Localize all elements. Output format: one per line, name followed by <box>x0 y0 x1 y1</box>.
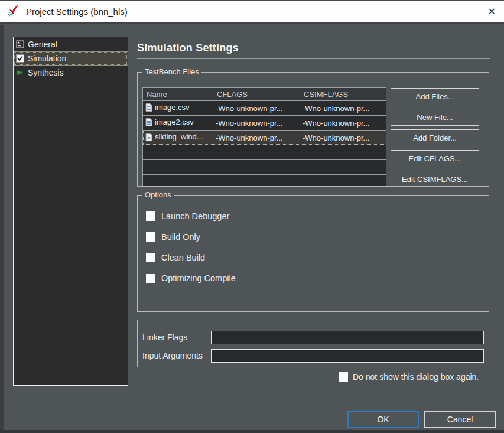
option-label: Optimizing Compile <box>161 274 236 283</box>
page-title: Simulation Settings <box>137 42 239 54</box>
table-row-selected[interactable]: .csliding_wind... -Wno-unknown-pr... -Wn… <box>143 131 386 145</box>
new-file-button[interactable]: New File... <box>391 109 479 126</box>
optimizing-compile-checkbox[interactable] <box>146 274 155 283</box>
input-arguments-label: Input Arguments <box>142 351 203 360</box>
settings-category-list: General Simulation Synthesis <box>13 37 128 386</box>
svg-text:.c: .c <box>147 135 150 141</box>
play-icon <box>16 69 24 77</box>
linker-group: Linker Flags Input Arguments <box>137 320 489 367</box>
testbench-group-body: Name CFLAGS CSIMFLAGS image.csv -Wno-unk… <box>138 73 489 186</box>
clean-build-option: Clean Build <box>146 252 205 263</box>
csimflags-cell: -Wno-unknown-pr... <box>300 101 386 116</box>
linker-flags-label: Linker Flags <box>142 333 187 342</box>
column-header-csimflags[interactable]: CSIMFLAGS <box>300 88 386 101</box>
optimizing-compile-option: Optimizing Compile <box>146 273 236 284</box>
csimflags-cell: -Wno-unknown-pr... <box>300 116 386 131</box>
do-not-show-again-checkbox[interactable] <box>339 372 348 382</box>
build-only-option: Build Only <box>146 232 200 242</box>
edit-csimflags-button[interactable]: Edit CSIMFLAGS... <box>391 171 479 186</box>
launch-debugger-checkbox[interactable] <box>146 211 155 221</box>
sidebar-item-label: Synthesis <box>28 68 64 77</box>
table-row-empty <box>143 160 386 175</box>
sidebar-item-simulation[interactable]: Simulation <box>14 51 128 66</box>
do-not-show-again-label: Do not show this dialog box again. <box>353 372 479 382</box>
titlebar: Project Settings (bnn_hls) ✕ <box>0 0 504 24</box>
clean-build-checkbox[interactable] <box>146 253 155 262</box>
launch-debugger-option: Launch Debugger <box>146 211 229 222</box>
table-header-row: Name CFLAGS CSIMFLAGS <box>143 88 386 101</box>
testbench-buttons: Add Files... New File... Add Folder... E… <box>391 88 479 186</box>
file-name: image2.csv <box>155 118 194 126</box>
window-title: Project Settings (bnn_hls) <box>26 6 128 17</box>
table-row-empty <box>143 175 386 187</box>
sidebar-item-label: Simulation <box>28 54 66 63</box>
option-label: Launch Debugger <box>161 211 229 221</box>
linker-flags-input[interactable] <box>211 331 484 344</box>
c-file-icon: .c <box>145 133 152 143</box>
project-settings-dialog: Project Settings (bnn_hls) ✕ General Sim… <box>0 0 504 433</box>
group-label: TestBench Files <box>142 67 201 77</box>
heading-divider <box>137 58 490 59</box>
csimflags-cell: -Wno-unknown-pr... <box>300 131 386 145</box>
cancel-button[interactable]: Cancel <box>424 411 496 428</box>
cflags-cell: -Wno-unknown-pr... <box>213 131 300 145</box>
add-folder-button[interactable]: Add Folder... <box>391 129 479 146</box>
file-name: sliding_wind... <box>155 132 203 141</box>
close-icon[interactable]: ✕ <box>488 7 496 17</box>
window-edge-left <box>0 25 4 433</box>
group-label: Options <box>142 190 174 200</box>
sidebar-item-synthesis[interactable]: Synthesis <box>14 66 128 80</box>
testbench-files-group: TestBench Files Name CFLAGS CSIMFLAGS im… <box>137 72 489 187</box>
sidebar-item-label: General <box>28 40 57 49</box>
input-arguments-input[interactable] <box>211 349 484 363</box>
build-only-checkbox[interactable] <box>146 232 155 242</box>
column-header-cflags[interactable]: CFLAGS <box>213 88 300 101</box>
cflags-cell: -Wno-unknown-pr... <box>213 101 300 116</box>
option-label: Clean Build <box>161 253 205 262</box>
csv-file-icon <box>145 118 152 128</box>
window-edge-bottom <box>0 430 504 433</box>
options-group: Options Launch Debugger Build Only Clean… <box>137 195 489 312</box>
do-not-show-again-option: Do not show this dialog box again. <box>339 372 479 382</box>
column-header-name[interactable]: Name <box>143 88 213 101</box>
add-files-button[interactable]: Add Files... <box>391 88 479 105</box>
file-name: image.csv <box>155 103 190 112</box>
sidebar-item-general[interactable]: General <box>14 37 128 51</box>
ok-button[interactable]: OK <box>347 411 419 428</box>
table-row[interactable]: image2.csv -Wno-unknown-pr... -Wno-unkno… <box>143 116 386 131</box>
table-row[interactable]: image.csv -Wno-unknown-pr... -Wno-unknow… <box>143 101 386 116</box>
table-row-empty <box>143 145 386 160</box>
option-label: Build Only <box>161 232 200 242</box>
cflags-cell: -Wno-unknown-pr... <box>213 116 300 131</box>
csv-file-icon <box>145 103 152 113</box>
edit-cflags-button[interactable]: Edit CFLAGS... <box>391 150 479 167</box>
checkbox-checked-icon <box>16 54 24 63</box>
vivado-logo-icon <box>8 3 21 20</box>
form-icon <box>16 40 24 48</box>
testbench-files-table: Name CFLAGS CSIMFLAGS image.csv -Wno-unk… <box>142 87 386 186</box>
